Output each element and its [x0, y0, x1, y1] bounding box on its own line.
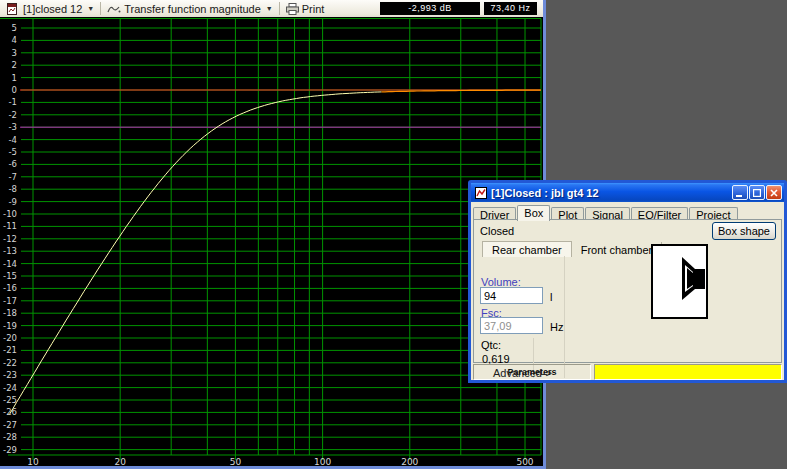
svg-text:-21: -21 — [3, 345, 17, 355]
svg-text:-16: -16 — [3, 283, 17, 293]
svg-text:-11: -11 — [3, 221, 17, 231]
svg-text:2: 2 — [12, 60, 17, 70]
cursor-frequency-readout: 73,40 Hz — [484, 2, 537, 15]
svg-text:10: 10 — [27, 457, 39, 466]
application-workspace: [1]closed 12 ▼ Transfer function magnitu… — [0, 0, 787, 469]
status-parameters-label: Parameters — [473, 364, 591, 380]
plot-toolbar: [1]closed 12 ▼ Transfer function magnitu… — [0, 0, 543, 17]
svg-text:-28: -28 — [3, 432, 17, 442]
status-progress-bar — [594, 364, 782, 380]
printer-icon — [286, 3, 299, 15]
svg-text:-15: -15 — [3, 271, 17, 281]
tab-box[interactable]: Box — [517, 205, 550, 221]
close-button[interactable] — [766, 185, 782, 200]
chamber-tab-strip: Rear chamberFront chamber — [482, 240, 662, 256]
svg-text:5: 5 — [12, 23, 17, 33]
svg-text:-10: -10 — [3, 209, 17, 219]
svg-text:-5: -5 — [9, 147, 17, 157]
dialog-title: [1]Closed : jbl gt4 12 — [487, 187, 731, 199]
dialog-status-bar: Parameters — [471, 364, 784, 380]
plot-window: [1]closed 12 ▼ Transfer function magnitu… — [0, 0, 546, 469]
progress-fill — [595, 365, 781, 379]
print-label: Print — [302, 3, 325, 15]
chevron-down-icon: ▼ — [264, 5, 273, 12]
svg-text:-27: -27 — [3, 420, 17, 430]
svg-text:-29: -29 — [3, 445, 17, 455]
speaker-box-diagram — [651, 244, 708, 319]
minimize-icon — [736, 189, 744, 197]
svg-text:-24: -24 — [3, 383, 17, 393]
svg-text:-17: -17 — [3, 296, 17, 306]
svg-text:-18: -18 — [3, 308, 17, 318]
volume-unit: l — [550, 291, 552, 303]
transfer-function-plot[interactable]: 543210-1-2-3-4-5-6-7-8-9-10-11-12-13-14-… — [0, 17, 543, 466]
maximize-icon — [753, 189, 761, 197]
plot-selector-label: [1]closed 12 — [23, 3, 82, 15]
toolbar-separator — [100, 2, 101, 15]
column-divider — [564, 256, 565, 378]
svg-text:-19: -19 — [3, 321, 17, 331]
subtab-rear-chamber[interactable]: Rear chamber — [482, 241, 572, 257]
toolbar-separator — [279, 2, 280, 15]
svg-text:-9: -9 — [9, 197, 17, 207]
volume-input[interactable] — [480, 287, 543, 304]
svg-text:-26: -26 — [3, 407, 17, 417]
box-parameters-dialog: [1]Closed : jbl gt4 12 DriverBoxPlotSign… — [468, 180, 787, 383]
svg-text:3: 3 — [12, 48, 17, 58]
svg-text:200: 200 — [401, 457, 418, 466]
dialog-titlebar[interactable]: [1]Closed : jbl gt4 12 — [471, 183, 784, 202]
box-type-label: Closed — [480, 225, 514, 237]
box-tab-page: Closed Box shape Rear chamberFront chamb… — [473, 219, 782, 363]
dialog-body: DriverBoxPlotSignalEQ/FilterProject Clos… — [471, 202, 784, 380]
dialog-icon — [475, 187, 487, 199]
close-icon — [770, 189, 778, 197]
wave-icon — [107, 4, 121, 14]
cursor-db-readout: -2,993 dB — [380, 2, 480, 15]
box-shape-button[interactable]: Box shape — [712, 222, 776, 240]
fsc-unit: Hz — [550, 321, 563, 333]
plot-selector-dropdown[interactable]: [1]closed 12 ▼ — [20, 1, 97, 16]
svg-text:-12: -12 — [3, 234, 17, 244]
svg-text:-8: -8 — [9, 184, 17, 194]
svg-text:-20: -20 — [3, 333, 17, 343]
svg-text:-2: -2 — [9, 110, 17, 120]
graph-type-label: Transfer function magnitude — [124, 3, 261, 15]
dialog-tab-strip: DriverBoxPlotSignalEQ/FilterProject — [473, 203, 739, 220]
svg-text:20: 20 — [114, 457, 126, 466]
svg-text:50: 50 — [230, 457, 242, 466]
svg-text:-25: -25 — [3, 395, 17, 405]
svg-text:-14: -14 — [3, 259, 17, 269]
fsc-input[interactable] — [480, 317, 543, 334]
svg-text:-4: -4 — [9, 135, 17, 145]
chevron-down-icon: ▼ — [85, 5, 94, 12]
svg-text:-6: -6 — [9, 159, 17, 169]
qtc-label: Qtc: — [481, 339, 501, 351]
svg-text:-23: -23 — [3, 370, 17, 380]
svg-text:-1: -1 — [9, 97, 17, 107]
svg-text:-3: -3 — [9, 122, 17, 132]
graph-type-dropdown[interactable]: Transfer function magnitude ▼ — [104, 1, 276, 16]
svg-text:-13: -13 — [3, 246, 17, 256]
svg-text:-7: -7 — [9, 172, 17, 182]
svg-text:100: 100 — [314, 457, 331, 466]
maximize-button[interactable] — [749, 185, 765, 200]
chart-window-icon — [4, 1, 20, 16]
print-button[interactable]: Print — [283, 1, 328, 16]
svg-text:1: 1 — [12, 73, 17, 83]
svg-text:0: 0 — [12, 85, 17, 95]
svg-text:500: 500 — [516, 457, 533, 466]
svg-text:-22: -22 — [3, 358, 17, 368]
subtab-front-chamber[interactable]: Front chamber — [572, 242, 663, 258]
svg-text:4: 4 — [12, 35, 17, 45]
minimize-button[interactable] — [732, 185, 748, 200]
